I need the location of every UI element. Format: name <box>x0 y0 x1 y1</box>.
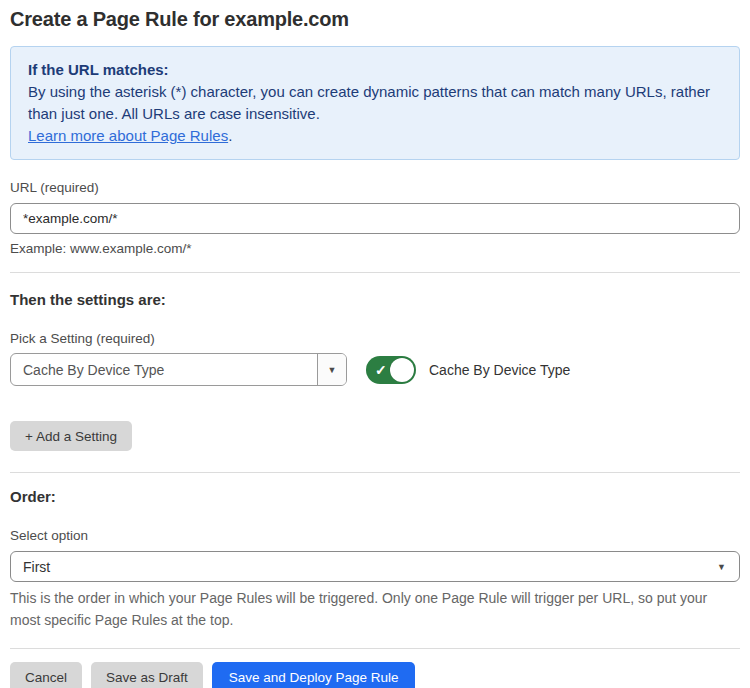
setting-dropdown[interactable]: Cache By Device Type ▼ <box>10 353 347 386</box>
url-input[interactable] <box>10 203 740 234</box>
url-match-info-box: If the URL matches: By using the asteris… <box>10 46 740 160</box>
pick-setting-label: Pick a Setting (required) <box>10 331 740 347</box>
toggle-label: Cache By Device Type <box>429 362 570 378</box>
url-field-label: URL (required) <box>10 180 740 196</box>
link-period: . <box>228 127 232 144</box>
check-icon: ✓ <box>375 363 387 377</box>
url-field-hint: Example: www.example.com/* <box>10 241 740 257</box>
info-box-heading: If the URL matches: <box>28 59 722 81</box>
setting-row: Cache By Device Type ▼ ✓ Cache By Device… <box>10 353 740 386</box>
save-draft-button[interactable]: Save as Draft <box>91 662 203 688</box>
chevron-down-icon: ▼ <box>717 562 739 572</box>
action-buttons: Cancel Save as Draft Save and Deploy Pag… <box>10 662 740 688</box>
cancel-button[interactable]: Cancel <box>10 662 82 688</box>
order-select[interactable]: First ▼ <box>10 551 740 582</box>
settings-section-heading: Then the settings are: <box>10 291 740 309</box>
info-box-link-line: Learn more about Page Rules. <box>28 125 722 147</box>
page-title: Create a Page Rule for example.com <box>10 7 740 31</box>
divider-actions <box>10 648 740 649</box>
save-deploy-button[interactable]: Save and Deploy Page Rule <box>212 662 416 688</box>
setting-dropdown-value: Cache By Device Type <box>11 354 317 385</box>
add-setting-button[interactable]: + Add a Setting <box>10 421 132 451</box>
order-select-value: First <box>11 559 717 575</box>
page-rule-form: Create a Page Rule for example.com If th… <box>0 0 750 688</box>
order-section-heading: Order: <box>10 488 740 506</box>
divider-order <box>10 472 740 473</box>
toggle-knob <box>390 358 414 382</box>
divider-settings <box>10 272 740 273</box>
select-option-label: Select option <box>10 528 740 544</box>
chevron-down-icon[interactable]: ▼ <box>317 354 346 385</box>
learn-more-link[interactable]: Learn more about Page Rules <box>28 127 228 144</box>
cache-device-toggle[interactable]: ✓ <box>366 356 416 384</box>
order-help-text: This is the order in which your Page Rul… <box>10 587 735 631</box>
info-box-body: By using the asterisk (*) character, you… <box>28 81 722 125</box>
